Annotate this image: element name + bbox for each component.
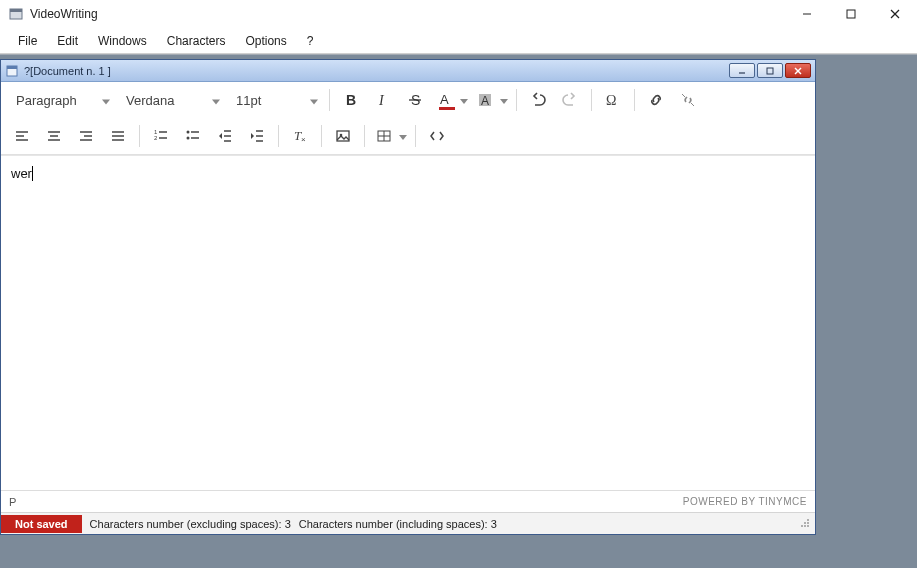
app-title: VideoWriting	[30, 7, 785, 21]
toolbar-row-1: Paragraph Verdana 11pt B I	[1, 82, 815, 118]
doc-maximize-button[interactable]	[757, 63, 783, 78]
svg-text:A: A	[481, 94, 489, 108]
minimize-button[interactable]	[785, 0, 829, 28]
document-icon	[5, 64, 19, 78]
svg-rect-50	[337, 131, 349, 141]
save-state-badge: Not saved	[1, 515, 82, 533]
source-code-button[interactable]	[422, 122, 452, 150]
close-button[interactable]	[873, 0, 917, 28]
toolbar-separator	[321, 125, 322, 147]
image-button[interactable]	[328, 122, 358, 150]
document-window-controls	[729, 63, 811, 78]
font-size-value: 11pt	[236, 93, 261, 108]
svg-point-55	[807, 519, 809, 521]
toolbar-separator	[139, 125, 140, 147]
svg-text:2: 2	[154, 135, 158, 141]
text-color-button[interactable]: A	[432, 86, 470, 114]
bold-button[interactable]: B	[336, 86, 366, 114]
special-character-button[interactable]: Ω	[598, 86, 628, 114]
chevron-down-icon	[102, 93, 110, 108]
link-button[interactable]	[641, 86, 671, 114]
undo-button[interactable]	[523, 86, 553, 114]
svg-text:A: A	[440, 92, 449, 107]
numbered-list-button[interactable]: 12	[146, 122, 176, 150]
doc-minimize-button[interactable]	[729, 63, 755, 78]
unlink-button[interactable]	[673, 86, 703, 114]
svg-rect-9	[767, 68, 773, 74]
document-title: ?[Document n. 1 ]	[24, 65, 729, 77]
bottom-statusbar: Not saved Characters number (excluding s…	[1, 512, 815, 534]
editor-toolbar: Paragraph Verdana 11pt B I	[1, 82, 815, 155]
svg-point-58	[801, 525, 803, 527]
svg-point-39	[187, 137, 190, 140]
svg-rect-3	[847, 10, 855, 18]
toolbar-separator	[329, 89, 330, 111]
chars-incl-spaces: Characters number (including spaces): 3	[299, 518, 497, 530]
chevron-down-icon	[399, 129, 407, 143]
redo-button[interactable]	[555, 86, 585, 114]
font-family-select[interactable]: Verdana	[117, 86, 225, 114]
svg-line-21	[691, 103, 694, 106]
svg-point-38	[187, 131, 190, 134]
editor-text: wer	[11, 166, 33, 181]
menu-file[interactable]: File	[8, 30, 47, 52]
toolbar-separator	[415, 125, 416, 147]
document-titlebar[interactable]: ?[Document n. 1 ]	[1, 60, 815, 82]
table-button[interactable]	[371, 122, 409, 150]
toolbar-separator	[364, 125, 365, 147]
align-center-button[interactable]	[39, 122, 69, 150]
maximize-button[interactable]	[829, 0, 873, 28]
strikethrough-button[interactable]: S	[400, 86, 430, 114]
indent-button[interactable]	[242, 122, 272, 150]
toolbar-separator	[591, 89, 592, 111]
svg-point-60	[807, 525, 809, 527]
resize-grip-icon[interactable]	[799, 517, 811, 531]
outdent-button[interactable]	[210, 122, 240, 150]
align-left-button[interactable]	[7, 122, 37, 150]
toolbar-row-2: 12 T×	[1, 118, 815, 154]
clear-formatting-button[interactable]: T×	[285, 122, 315, 150]
element-path[interactable]: P	[9, 496, 683, 508]
chevron-down-icon	[310, 93, 318, 108]
chars-excl-spaces: Characters number (excluding spaces): 3	[90, 518, 291, 530]
bullet-list-button[interactable]	[178, 122, 208, 150]
menu-characters[interactable]: Characters	[157, 30, 236, 52]
svg-text:Ω: Ω	[606, 93, 616, 108]
svg-point-59	[804, 525, 806, 527]
document-window: ?[Document n. 1 ] Paragraph	[0, 59, 816, 535]
chevron-down-icon	[500, 93, 508, 107]
svg-point-56	[804, 522, 806, 524]
powered-by-label[interactable]: POWERED BY TINYMCE	[683, 496, 807, 507]
svg-text:I: I	[378, 93, 385, 108]
text-color-swatch	[439, 107, 455, 110]
block-format-value: Paragraph	[16, 93, 77, 108]
mdi-area: ?[Document n. 1 ] Paragraph	[0, 54, 917, 568]
align-justify-button[interactable]	[103, 122, 133, 150]
main-titlebar: VideoWriting	[0, 0, 917, 28]
svg-rect-7	[7, 66, 17, 69]
chevron-down-icon	[460, 93, 468, 107]
align-right-button[interactable]	[71, 122, 101, 150]
app-icon	[8, 6, 24, 22]
menu-windows[interactable]: Windows	[88, 30, 157, 52]
toolbar-separator	[634, 89, 635, 111]
background-color-button[interactable]: A	[472, 86, 510, 114]
svg-rect-1	[10, 9, 22, 12]
chevron-down-icon	[212, 93, 220, 108]
toolbar-separator	[278, 125, 279, 147]
svg-text:B: B	[346, 92, 356, 108]
menu-edit[interactable]: Edit	[47, 30, 88, 52]
menubar: File Edit Windows Characters Options ?	[0, 28, 917, 54]
editor-content[interactable]: wer	[1, 155, 815, 490]
svg-line-20	[682, 94, 685, 97]
block-format-select[interactable]: Paragraph	[7, 86, 115, 114]
font-family-value: Verdana	[126, 93, 174, 108]
editor-statusbar: P POWERED BY TINYMCE	[1, 490, 815, 512]
svg-text:×: ×	[301, 135, 306, 144]
menu-options[interactable]: Options	[235, 30, 296, 52]
menu-help[interactable]: ?	[297, 30, 324, 52]
svg-point-57	[807, 522, 809, 524]
doc-close-button[interactable]	[785, 63, 811, 78]
italic-button[interactable]: I	[368, 86, 398, 114]
font-size-select[interactable]: 11pt	[227, 86, 323, 114]
